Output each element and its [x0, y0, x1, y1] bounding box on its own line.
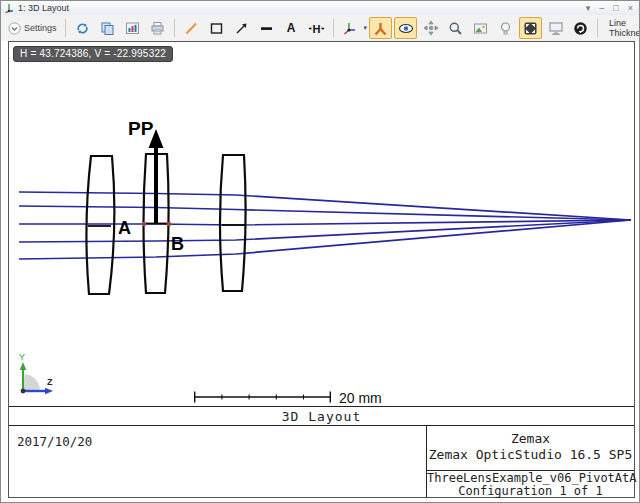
settings-dropdown-icon	[8, 22, 21, 35]
orientation-triad: Y Z	[19, 352, 53, 394]
draw-rectangle-button[interactable]	[205, 17, 228, 39]
draw-arrow-button[interactable]	[230, 17, 253, 39]
svg-text:H: H	[312, 22, 320, 34]
point-a-label: A	[118, 218, 131, 238]
lens-3	[220, 155, 246, 291]
plot-caption-band: 3D Layout	[9, 406, 634, 426]
pan-icon	[423, 20, 439, 36]
visibility-button[interactable]	[394, 17, 417, 39]
dimension-tool-button[interactable]: H	[305, 17, 328, 39]
lens-1	[86, 156, 114, 294]
orientation-triad-button[interactable]	[339, 17, 362, 39]
scale-bar	[194, 392, 331, 403]
toolbar-separator	[333, 19, 334, 37]
visibility-icon	[398, 21, 414, 36]
plot-footer: 2017/10/20 Zemax Zemax OpticStudio 16.5 …	[9, 426, 634, 497]
pivot-marker-b	[167, 222, 172, 227]
toolbar-separator	[174, 19, 175, 37]
window-title: 1: 3D Layout	[18, 2, 586, 15]
draw-arrow-icon	[234, 21, 249, 36]
point-b-label: B	[171, 234, 184, 254]
print-button[interactable]	[146, 17, 169, 39]
line-thickness-dropdown[interactable]: Line Thickness ▾	[603, 17, 640, 39]
configuration-label: Configuration 1 of 1	[427, 485, 634, 498]
save-chart-button[interactable]	[121, 17, 144, 39]
toolbar-separator	[65, 19, 66, 37]
fit-window-button[interactable]	[519, 17, 542, 39]
line-thickness-label: Line Thickness	[609, 18, 640, 38]
pp-label: PP	[128, 118, 154, 139]
pp-arrow	[149, 129, 164, 223]
text-tool-button[interactable]: A	[280, 17, 303, 39]
window-app-icon	[4, 3, 14, 13]
plot-caption: 3D Layout	[282, 409, 361, 424]
text-tool-icon: A	[287, 21, 296, 35]
orientation-triad-icon	[342, 21, 358, 36]
close-button[interactable]: ×	[628, 2, 633, 14]
fit-window-icon	[523, 21, 538, 36]
copy-image-icon	[473, 21, 488, 36]
print-icon	[150, 21, 165, 36]
window-menu-caret[interactable]: ▾	[586, 2, 591, 14]
layout-canvas[interactable]: PP A B Y Z	[8, 41, 635, 498]
ray-aiming-button[interactable]	[369, 17, 392, 39]
save-chart-icon	[125, 21, 140, 36]
layout-window: 1: 3D Layout ▾ – □ × Settings	[0, 0, 640, 503]
title-bar[interactable]: 1: 3D Layout ▾ – □ ×	[1, 1, 639, 16]
draw-rectangle-icon	[209, 21, 224, 36]
draw-thick-line-button[interactable]	[255, 17, 278, 39]
copy-image-button[interactable]	[469, 17, 492, 39]
zoom-button[interactable]	[444, 17, 467, 39]
toolbar: Settings	[1, 15, 639, 41]
cursor-position-readout: H = 43.724386, V = -22.995322	[13, 46, 173, 62]
draw-line-icon	[184, 21, 199, 36]
monitor-icon	[548, 21, 564, 36]
plot-date: 2017/10/20	[17, 434, 92, 449]
brand-cell: Zemax Zemax OpticStudio 16.5 SP5	[427, 426, 634, 471]
lightbulb-icon	[499, 21, 512, 36]
axis-y-label: Y	[19, 352, 25, 362]
scale-label: 20 mm	[339, 390, 382, 406]
brand-name: Zemax	[427, 431, 634, 447]
zoom-icon	[448, 21, 463, 36]
reset-view-button[interactable]	[569, 17, 592, 39]
draw-line-button[interactable]	[180, 17, 203, 39]
minimize-button[interactable]: –	[599, 2, 604, 14]
toolbar-separator	[597, 19, 598, 37]
dimension-tool-icon: H	[308, 21, 325, 36]
pan-button[interactable]	[419, 17, 442, 39]
refresh-icon	[75, 21, 90, 36]
plot-info-box: Zemax Zemax OpticStudio 16.5 SP5 ThreeLe…	[426, 426, 634, 497]
monitor-button[interactable]	[544, 17, 567, 39]
product-name: Zemax OpticStudio 16.5 SP5	[427, 447, 634, 463]
file-name: ThreeLensExample_v06_PivotAtA.zmx	[427, 472, 634, 485]
reset-view-icon	[573, 21, 588, 36]
pivot-marker-a	[142, 222, 147, 227]
refresh-button[interactable]	[71, 17, 94, 39]
file-cell: ThreeLensExample_v06_PivotAtA.zmx Config…	[427, 471, 634, 497]
copy-icon	[100, 21, 115, 36]
settings-label: Settings	[24, 23, 57, 33]
draw-thick-line-icon	[259, 21, 274, 36]
maximize-button[interactable]: □	[613, 2, 618, 14]
ray-aiming-icon	[373, 21, 388, 36]
orientation-caret-icon[interactable]: ▾	[364, 24, 368, 32]
lightbulb-button[interactable]	[494, 17, 517, 39]
settings-button[interactable]: Settings	[5, 18, 60, 38]
copy-button[interactable]	[96, 17, 119, 39]
axis-z-label: Z	[47, 377, 53, 387]
